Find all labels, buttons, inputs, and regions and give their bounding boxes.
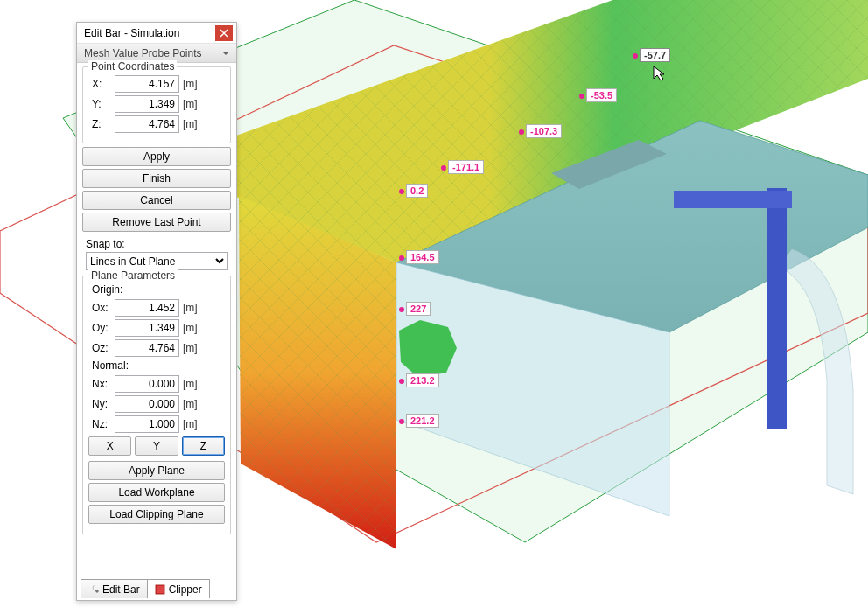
x-input[interactable] [115, 75, 179, 93]
z-unit: [m] [183, 118, 198, 130]
snap-label: Snap to: [82, 234, 231, 252]
origin-label: Origin: [92, 283, 225, 296]
titlebar-text: Edit Bar - Simulation [84, 27, 215, 39]
close-button[interactable] [215, 25, 233, 41]
probe-dot [399, 307, 404, 312]
snap-select[interactable]: Lines in Cut Plane [86, 252, 228, 270]
remove-last-button[interactable]: Remove Last Point [82, 213, 231, 232]
z-label: Z: [88, 118, 115, 130]
probe-label: 0.2 [406, 184, 428, 198]
oy-label: Oy: [88, 322, 115, 334]
axis-y-button[interactable]: Y [135, 436, 178, 456]
mode-dropdown-label: Mesh Value Probe Points [84, 47, 202, 59]
probe-dot [399, 379, 404, 384]
tab-editbar[interactable]: Edit Bar [80, 579, 148, 598]
editbar-panel: Edit Bar - Simulation Mesh Value Probe P… [76, 22, 237, 601]
axis-x-button[interactable]: X [88, 436, 131, 456]
probe-label: -57.7 [640, 48, 670, 62]
point-coords-legend: Point Coordinates [88, 60, 177, 73]
nx-input[interactable] [115, 375, 179, 393]
load-workplane-button[interactable]: Load Workplane [88, 483, 225, 502]
ox-label: Ox: [88, 302, 115, 314]
probe-label: -107.3 [526, 124, 562, 138]
titlebar: Edit Bar - Simulation [77, 23, 236, 44]
nz-input[interactable] [115, 415, 179, 433]
oz-input[interactable] [115, 339, 179, 357]
clipper-icon [155, 584, 165, 595]
oy-unit: [m] [183, 322, 198, 334]
y-label: Y: [88, 98, 115, 110]
tab-editbar-label: Edit Bar [102, 583, 140, 596]
probe-dot [519, 129, 524, 135]
mouse-cursor-icon [652, 65, 671, 84]
ny-label: Ny: [88, 398, 115, 410]
tab-clipper[interactable]: Clipper [147, 579, 210, 598]
cancel-button[interactable]: Cancel [82, 191, 231, 210]
x-unit: [m] [183, 78, 198, 90]
probe-dot [633, 53, 638, 59]
close-icon [220, 29, 228, 38]
normal-label: Normal: [92, 359, 225, 372]
svg-rect-9 [767, 188, 787, 429]
probe-dot [399, 419, 404, 424]
plane-parameters-group: Plane Parameters Origin: Ox: [m] Oy: [m]… [82, 276, 231, 534]
ny-input[interactable] [115, 395, 179, 413]
oz-label: Oz: [88, 342, 115, 354]
probe-label: -53.5 [586, 88, 617, 102]
bottom-tabs: Edit Bar Clipper [80, 579, 209, 598]
y-input[interactable] [115, 95, 179, 113]
probe-label: 221.2 [406, 414, 439, 428]
axis-z-button[interactable]: Z [182, 436, 225, 456]
probe-dot [399, 189, 404, 194]
nz-label: Nz: [88, 418, 115, 430]
ox-input[interactable] [115, 299, 179, 317]
oz-unit: [m] [183, 342, 198, 354]
ny-unit: [m] [183, 398, 198, 410]
probe-dot [441, 165, 446, 171]
nx-label: Nx: [88, 378, 115, 390]
apply-plane-button[interactable]: Apply Plane [88, 461, 225, 480]
probe-dot [399, 255, 404, 261]
y-unit: [m] [183, 98, 198, 110]
wrench-icon [88, 584, 99, 595]
apply-button[interactable]: Apply [82, 147, 231, 166]
probe-dot [579, 94, 584, 99]
probe-label: 164.5 [406, 250, 439, 264]
x-label: X: [88, 78, 115, 90]
load-clipping-button[interactable]: Load Clipping Plane [88, 505, 225, 524]
oy-input[interactable] [115, 319, 179, 337]
probe-label: 227 [406, 302, 430, 316]
finish-button[interactable]: Finish [82, 169, 231, 188]
point-coordinates-group: Point Coordinates X: [m] Y: [m] Z: [m] [82, 66, 231, 143]
nz-unit: [m] [183, 418, 198, 430]
nx-unit: [m] [183, 378, 198, 390]
ox-unit: [m] [183, 302, 198, 314]
probe-label: 213.2 [406, 373, 439, 387]
probe-label: -171.1 [448, 160, 484, 174]
svg-marker-10 [674, 191, 792, 208]
svg-rect-12 [156, 585, 164, 594]
z-input[interactable] [115, 115, 179, 133]
plane-legend: Plane Parameters [88, 269, 178, 282]
tab-clipper-label: Clipper [169, 583, 202, 596]
